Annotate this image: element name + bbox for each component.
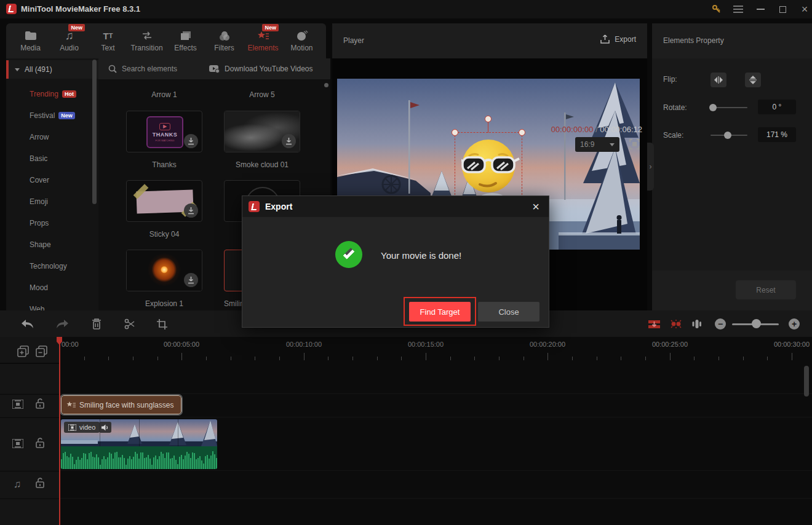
rotate-label: Rotate:: [663, 103, 687, 112]
sidebar-item-emoji[interactable]: Emoji: [30, 197, 48, 207]
export-button[interactable]: Export: [600, 34, 636, 44]
sidebar-item-props[interactable]: Props: [30, 218, 49, 228]
download-icon[interactable]: [184, 134, 198, 148]
timeline-scrollbar[interactable]: [804, 366, 809, 397]
tab-transition[interactable]: Transition: [127, 26, 166, 57]
caret-down-icon: [15, 68, 20, 71]
delete-icon[interactable]: [89, 316, 105, 332]
element-label-explosion: Explosion 1: [126, 299, 202, 308]
scale-slider[interactable]: [710, 135, 747, 136]
elements-property-panel: Flip: Rotate: 0 ° Scale: 171 %: [652, 58, 812, 270]
aspect-ratio-select[interactable]: 16:9: [575, 137, 619, 152]
download-icon[interactable]: [282, 134, 296, 148]
collapse-panel-tab[interactable]: ›: [647, 143, 654, 191]
element-item-thanks[interactable]: ▶THANKSFOR WATCHING: [126, 111, 202, 152]
dialog-message: Your movie is done!: [381, 250, 461, 261]
minimize-button[interactable]: [754, 4, 766, 15]
timeline-zoom-knob[interactable]: [752, 319, 761, 328]
time-ruler[interactable]: 00:00 00:00:05:00 00:00:10:00 00:00:15:0…: [0, 337, 812, 363]
sidebar-item-basic[interactable]: Basic: [30, 154, 47, 164]
video-clip[interactable]: video: [61, 419, 217, 469]
download-icon[interactable]: [184, 273, 198, 287]
flip-label: Flip:: [663, 75, 677, 84]
menu-icon[interactable]: [732, 4, 744, 15]
license-key-icon[interactable]: [710, 4, 723, 15]
current-time: 00:00:00:00: [551, 125, 594, 134]
rotate-value[interactable]: 0 °: [758, 100, 796, 114]
tab-media[interactable]: Media: [11, 26, 50, 57]
annotation-highlight-box: [404, 297, 476, 326]
video-track-lock-icon[interactable]: [36, 438, 44, 448]
export-icon: [600, 34, 610, 44]
audio-level-icon[interactable]: [689, 316, 705, 332]
flip-vertical-button[interactable]: [745, 73, 761, 87]
category-all-header[interactable]: All (491): [6, 60, 98, 79]
dialog-close-icon[interactable]: ×: [528, 199, 544, 215]
sidebar-item-technology[interactable]: Technology: [30, 261, 67, 271]
selection-handle-top-left[interactable]: [452, 129, 458, 136]
close-dialog-button[interactable]: Close: [478, 302, 539, 322]
tab-effects[interactable]: Effects: [166, 26, 205, 57]
apply-to-timeline-icon[interactable]: [646, 316, 662, 332]
player-title: Player: [343, 36, 364, 45]
flip-horizontal-button[interactable]: [710, 73, 726, 87]
element-item-smoke[interactable]: [224, 111, 300, 152]
burst-effect-icon[interactable]: [668, 316, 684, 332]
rotate-handle[interactable]: [485, 116, 492, 122]
music-track-icon: ♫: [14, 478, 22, 491]
scale-label: Scale:: [663, 131, 683, 140]
tab-audio[interactable]: New ♫ Audio: [50, 26, 89, 57]
sidebar-item-arrow[interactable]: Arrow: [30, 132, 49, 142]
sidebar-item-festival[interactable]: Festival New: [30, 111, 75, 120]
redo-icon[interactable]: [54, 316, 70, 332]
rotate-slider-knob[interactable]: [709, 104, 717, 111]
download-youtube-button[interactable]: Download YouTube Videos: [209, 65, 312, 73]
sidebar-scrollbar[interactable]: [92, 60, 97, 204]
playhead[interactable]: [59, 337, 60, 525]
tab-motion[interactable]: Motion: [282, 26, 321, 57]
remove-track-icon[interactable]: [36, 345, 47, 357]
music-track-lock-icon[interactable]: [36, 478, 44, 488]
effects-icon: [180, 30, 191, 42]
tab-filters[interactable]: Filters: [205, 26, 244, 57]
add-track-icon[interactable]: [17, 345, 29, 357]
video-clip-badge: video: [64, 422, 100, 433]
element-item-explosion[interactable]: [126, 250, 202, 291]
video-track-icon: [12, 439, 23, 448]
scale-value[interactable]: 171 %: [758, 127, 796, 142]
panel-scroll-indicator[interactable]: [324, 83, 328, 87]
download-icon[interactable]: [184, 203, 198, 218]
element-item-sticky[interactable]: [126, 180, 202, 222]
close-button[interactable]: ×: [798, 4, 811, 15]
sidebar-item-mood[interactable]: Mood: [30, 283, 48, 293]
sidebar-item-shape[interactable]: Shape: [30, 240, 51, 250]
app-logo-icon: [6, 4, 17, 14]
undo-icon[interactable]: [20, 316, 36, 332]
sidebar-item-trending[interactable]: Trending Hot: [30, 89, 76, 99]
sidebar-item-cover[interactable]: Cover: [30, 175, 49, 185]
selection-box[interactable]: [455, 132, 522, 201]
filters-icon: [218, 30, 231, 42]
scale-slider-knob[interactable]: [724, 132, 731, 139]
maximize-button[interactable]: [776, 4, 789, 15]
zoom-in-icon[interactable]: +: [786, 316, 802, 332]
element-clip-smiling-face[interactable]: Smiling face with sunglasses: [61, 395, 181, 414]
tab-text[interactable]: TT Text: [89, 26, 127, 57]
crop-icon[interactable]: [154, 316, 170, 332]
search-input[interactable]: Search elements: [108, 65, 177, 73]
text-icon: TT: [103, 30, 113, 42]
split-scissors-icon[interactable]: [122, 316, 138, 332]
tab-elements[interactable]: New Elements: [244, 26, 282, 57]
element-label-thanks: Thanks: [126, 160, 202, 169]
zoom-out-icon[interactable]: −: [712, 316, 728, 332]
timeline: 00:00 00:00:05:00 00:00:10:00 00:00:15:0…: [0, 337, 812, 525]
selection-handle-top-right[interactable]: [519, 129, 525, 136]
reset-button[interactable]: Reset: [736, 280, 796, 299]
export-dialog-header[interactable]: Export ×: [242, 196, 549, 217]
element-track-lock-icon[interactable]: [36, 398, 44, 409]
property-footer: Reset: [652, 270, 812, 310]
element-label-sticky: Sticky 04: [126, 230, 202, 239]
search-icon: [108, 65, 117, 73]
fullscreen-icon[interactable]: [629, 139, 640, 149]
rotate-slider[interactable]: [710, 107, 747, 108]
